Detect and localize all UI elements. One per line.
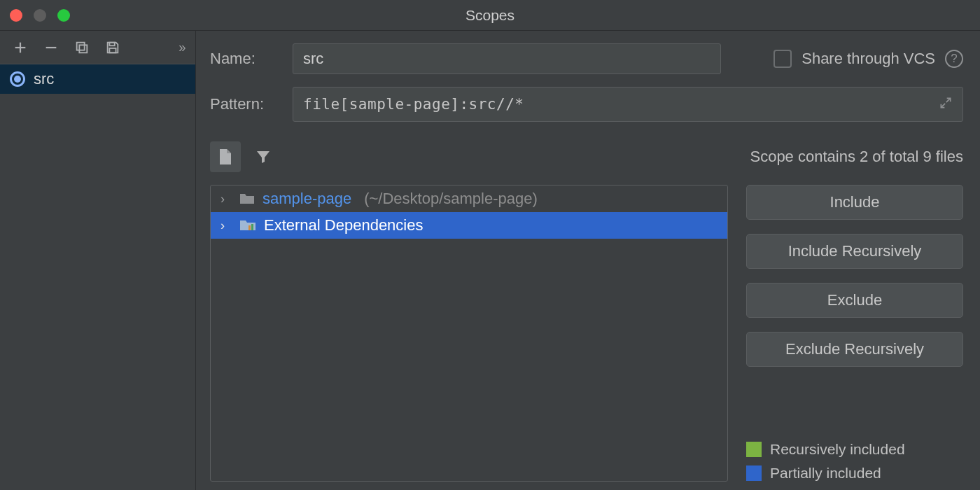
pattern-label: Pattern: <box>210 95 283 113</box>
close-window-icon[interactable] <box>10 9 22 22</box>
svg-rect-5 <box>109 42 114 46</box>
tree-node-name: sample-page <box>262 190 351 208</box>
window-title: Scopes <box>465 7 514 24</box>
chevron-right-icon[interactable]: › <box>220 192 232 206</box>
save-button[interactable] <box>99 34 126 61</box>
tree-row-project[interactable]: › sample-page (~/Desktop/sample-page) <box>211 186 727 212</box>
name-row: Name: Share through VCS ? <box>210 43 963 74</box>
include-recursively-button[interactable]: Include Recursively <box>746 234 963 269</box>
tree-node-path: (~/Desktop/sample-page) <box>364 190 538 208</box>
legend-label: Recursively included <box>770 441 905 458</box>
sidebar-toolbar: › › <box>0 31 195 64</box>
status-row: Scope contains 2 of total 9 files <box>210 141 963 172</box>
window-controls <box>10 9 70 22</box>
minimize-window-icon[interactable] <box>34 9 46 22</box>
sidebar: › › src <box>0 31 196 490</box>
legend-label: Partially included <box>770 465 881 482</box>
svg-rect-6 <box>109 48 115 52</box>
legend-recursive: Recursively included <box>746 441 963 458</box>
titlebar: Scopes <box>0 0 980 31</box>
help-icon[interactable]: ? <box>945 50 963 68</box>
status-text: Scope contains 2 of total 9 files <box>750 148 963 166</box>
folder-icon <box>239 192 255 206</box>
sidebar-list: src <box>0 64 195 490</box>
swatch-partial <box>746 465 762 481</box>
include-button[interactable]: Include <box>746 185 963 220</box>
collapse-toolbar-icon[interactable]: › › <box>181 39 188 55</box>
tree-row-external-deps[interactable]: › External Dependencies <box>211 212 727 239</box>
svg-rect-4 <box>77 42 85 50</box>
pattern-row: Pattern: file[sample-page]:src//* <box>210 87 963 122</box>
add-button[interactable] <box>7 34 34 61</box>
expand-icon[interactable] <box>939 96 953 113</box>
sidebar-item-src[interactable]: src <box>0 64 195 94</box>
swatch-recursive <box>746 442 762 457</box>
share-label: Share through VCS <box>802 50 935 68</box>
share-checkbox[interactable] <box>774 50 792 68</box>
maximize-window-icon[interactable] <box>57 9 70 22</box>
radio-selected-icon <box>10 71 25 87</box>
main-content: › › src Name: Share through VCS ? Patter… <box>0 31 980 490</box>
new-file-button[interactable] <box>210 141 241 172</box>
lower-area: › sample-page (~/Desktop/sample-page) › … <box>210 185 963 482</box>
legend: Recursively included Partially included <box>746 441 963 482</box>
copy-button[interactable] <box>69 34 95 61</box>
action-buttons: Include Include Recursively Exclude Excl… <box>746 185 963 482</box>
file-tree[interactable]: › sample-page (~/Desktop/sample-page) › … <box>210 185 728 482</box>
pattern-input[interactable]: file[sample-page]:src//* <box>293 87 963 122</box>
share-group: Share through VCS ? <box>774 50 963 68</box>
content-panel: Name: Share through VCS ? Pattern: file[… <box>196 31 980 490</box>
svg-rect-7 <box>248 225 251 230</box>
tree-node-name: External Dependencies <box>264 216 423 234</box>
remove-button[interactable] <box>38 34 64 61</box>
svg-rect-8 <box>251 224 253 230</box>
exclude-recursively-button[interactable]: Exclude Recursively <box>746 332 963 367</box>
exclude-button[interactable]: Exclude <box>746 283 963 318</box>
legend-partial: Partially included <box>746 465 963 482</box>
svg-rect-3 <box>79 45 87 52</box>
filter-button[interactable] <box>251 144 276 169</box>
library-folder-icon <box>239 218 257 232</box>
chevron-right-icon[interactable]: › <box>220 218 232 233</box>
pattern-text: file[sample-page]:src//* <box>303 96 932 113</box>
name-label: Name: <box>210 50 283 68</box>
sidebar-item-label: src <box>34 70 54 88</box>
name-input[interactable] <box>293 43 721 74</box>
